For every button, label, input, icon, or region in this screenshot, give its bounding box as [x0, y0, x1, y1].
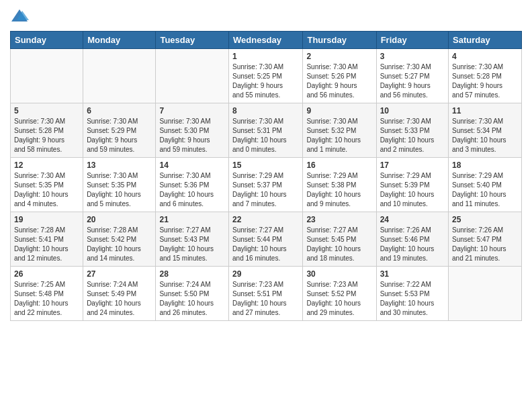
day-number: 7: [159, 106, 225, 116]
day-number: 9: [306, 106, 372, 116]
day-info: Sunrise: 7:29 AM Sunset: 5:37 PM Dayligh…: [232, 171, 299, 209]
calendar-cell: 15Sunrise: 7:29 AM Sunset: 5:37 PM Dayli…: [229, 158, 303, 212]
day-info: Sunrise: 7:23 AM Sunset: 5:51 PM Dayligh…: [232, 280, 299, 318]
day-info: Sunrise: 7:26 AM Sunset: 5:46 PM Dayligh…: [380, 226, 445, 263]
day-number: 3: [380, 52, 445, 61]
calendar-cell: [449, 267, 522, 321]
calendar-cell: 31Sunrise: 7:22 AM Sunset: 5:53 PM Dayli…: [376, 267, 448, 321]
day-number: 11: [452, 106, 518, 116]
weekday-header-monday: Monday: [83, 32, 156, 49]
calendar-cell: 20Sunrise: 7:28 AM Sunset: 5:42 PM Dayli…: [83, 212, 156, 267]
day-number: 21: [159, 215, 225, 224]
weekday-header-wednesday: Wednesday: [229, 32, 303, 49]
weekday-header-saturday: Saturday: [449, 32, 522, 49]
calendar-cell: 13Sunrise: 7:30 AM Sunset: 5:35 PM Dayli…: [83, 158, 156, 212]
day-info: Sunrise: 7:30 AM Sunset: 5:28 PM Dayligh…: [452, 62, 518, 100]
day-number: 13: [87, 161, 152, 170]
day-info: Sunrise: 7:23 AM Sunset: 5:52 PM Dayligh…: [306, 280, 372, 318]
calendar-cell: 28Sunrise: 7:24 AM Sunset: 5:50 PM Dayli…: [156, 267, 229, 321]
calendar-cell: 1Sunrise: 7:30 AM Sunset: 5:25 PM Daylig…: [229, 49, 303, 103]
day-number: 24: [380, 215, 445, 224]
calendar-cell: 16Sunrise: 7:29 AM Sunset: 5:38 PM Dayli…: [303, 158, 376, 212]
day-number: 17: [380, 161, 445, 170]
calendar-cell: 5Sunrise: 7:30 AM Sunset: 5:28 PM Daylig…: [11, 103, 83, 158]
weekday-header-thursday: Thursday: [303, 32, 376, 49]
day-info: Sunrise: 7:30 AM Sunset: 5:35 PM Dayligh…: [14, 171, 79, 209]
day-number: 31: [380, 269, 445, 279]
calendar-week-2: 5Sunrise: 7:30 AM Sunset: 5:28 PM Daylig…: [11, 103, 522, 158]
day-info: Sunrise: 7:22 AM Sunset: 5:53 PM Dayligh…: [380, 280, 445, 318]
day-number: 29: [232, 269, 299, 279]
calendar-cell: 14Sunrise: 7:30 AM Sunset: 5:36 PM Dayli…: [156, 158, 229, 212]
calendar-cell: 27Sunrise: 7:24 AM Sunset: 5:49 PM Dayli…: [83, 267, 156, 321]
calendar-cell: 7Sunrise: 7:30 AM Sunset: 5:30 PM Daylig…: [156, 103, 229, 158]
weekday-header-friday: Friday: [376, 32, 448, 49]
page-header: [10, 7, 522, 26]
day-info: Sunrise: 7:30 AM Sunset: 5:27 PM Dayligh…: [380, 62, 445, 100]
day-number: 26: [14, 269, 79, 279]
day-info: Sunrise: 7:28 AM Sunset: 5:41 PM Dayligh…: [14, 226, 79, 263]
day-info: Sunrise: 7:30 AM Sunset: 5:35 PM Dayligh…: [87, 171, 152, 209]
calendar-week-1: 1Sunrise: 7:30 AM Sunset: 5:25 PM Daylig…: [11, 49, 522, 103]
day-number: 1: [232, 52, 299, 61]
day-number: 20: [87, 215, 152, 224]
day-info: Sunrise: 7:28 AM Sunset: 5:42 PM Dayligh…: [87, 226, 152, 263]
day-number: 15: [232, 161, 299, 170]
day-info: Sunrise: 7:27 AM Sunset: 5:43 PM Dayligh…: [159, 226, 225, 263]
day-number: 6: [87, 106, 152, 116]
calendar-cell: 12Sunrise: 7:30 AM Sunset: 5:35 PM Dayli…: [11, 158, 83, 212]
day-info: Sunrise: 7:30 AM Sunset: 5:36 PM Dayligh…: [159, 171, 225, 209]
day-info: Sunrise: 7:30 AM Sunset: 5:32 PM Dayligh…: [306, 117, 372, 154]
calendar-cell: 24Sunrise: 7:26 AM Sunset: 5:46 PM Dayli…: [376, 212, 448, 267]
calendar-cell: 9Sunrise: 7:30 AM Sunset: 5:32 PM Daylig…: [303, 103, 376, 158]
day-info: Sunrise: 7:30 AM Sunset: 5:25 PM Dayligh…: [232, 62, 299, 100]
day-info: Sunrise: 7:29 AM Sunset: 5:39 PM Dayligh…: [380, 171, 445, 209]
calendar-week-5: 26Sunrise: 7:25 AM Sunset: 5:48 PM Dayli…: [11, 267, 522, 321]
calendar-cell: 4Sunrise: 7:30 AM Sunset: 5:28 PM Daylig…: [449, 49, 522, 103]
calendar-cell: 6Sunrise: 7:30 AM Sunset: 5:29 PM Daylig…: [83, 103, 156, 158]
day-info: Sunrise: 7:30 AM Sunset: 5:34 PM Dayligh…: [452, 117, 518, 154]
logo-icon: [10, 7, 29, 26]
calendar-cell: 23Sunrise: 7:27 AM Sunset: 5:45 PM Dayli…: [303, 212, 376, 267]
day-info: Sunrise: 7:30 AM Sunset: 5:30 PM Dayligh…: [159, 117, 225, 154]
calendar-table: SundayMondayTuesdayWednesdayThursdayFrid…: [10, 31, 522, 321]
day-number: 14: [159, 161, 225, 170]
calendar-cell: 30Sunrise: 7:23 AM Sunset: 5:52 PM Dayli…: [303, 267, 376, 321]
day-number: 12: [14, 161, 79, 170]
calendar-cell: 22Sunrise: 7:27 AM Sunset: 5:44 PM Dayli…: [229, 212, 303, 267]
day-number: 25: [452, 215, 518, 224]
calendar-cell: 25Sunrise: 7:26 AM Sunset: 5:47 PM Dayli…: [449, 212, 522, 267]
day-number: 10: [380, 106, 445, 116]
calendar-cell: [83, 49, 156, 103]
day-number: 2: [306, 52, 372, 61]
day-info: Sunrise: 7:26 AM Sunset: 5:47 PM Dayligh…: [452, 226, 518, 263]
calendar-cell: 2Sunrise: 7:30 AM Sunset: 5:26 PM Daylig…: [303, 49, 376, 103]
weekday-header-tuesday: Tuesday: [156, 32, 229, 49]
calendar-cell: 11Sunrise: 7:30 AM Sunset: 5:34 PM Dayli…: [449, 103, 522, 158]
day-number: 16: [306, 161, 372, 170]
day-number: 30: [306, 269, 372, 279]
calendar-cell: 19Sunrise: 7:28 AM Sunset: 5:41 PM Dayli…: [11, 212, 83, 267]
day-number: 23: [306, 215, 372, 224]
day-number: 4: [452, 52, 518, 61]
day-number: 22: [232, 215, 299, 224]
calendar-cell: [156, 49, 229, 103]
calendar-cell: 21Sunrise: 7:27 AM Sunset: 5:43 PM Dayli…: [156, 212, 229, 267]
day-info: Sunrise: 7:30 AM Sunset: 5:31 PM Dayligh…: [232, 117, 299, 154]
day-info: Sunrise: 7:30 AM Sunset: 5:28 PM Dayligh…: [14, 117, 79, 154]
day-info: Sunrise: 7:29 AM Sunset: 5:40 PM Dayligh…: [452, 171, 518, 209]
weekday-header-row: SundayMondayTuesdayWednesdayThursdayFrid…: [11, 32, 522, 49]
day-number: 18: [452, 161, 518, 170]
day-info: Sunrise: 7:30 AM Sunset: 5:29 PM Dayligh…: [87, 117, 152, 154]
calendar-cell: 8Sunrise: 7:30 AM Sunset: 5:31 PM Daylig…: [229, 103, 303, 158]
day-info: Sunrise: 7:25 AM Sunset: 5:48 PM Dayligh…: [14, 280, 79, 318]
day-info: Sunrise: 7:27 AM Sunset: 5:45 PM Dayligh…: [306, 226, 372, 263]
day-number: 5: [14, 106, 79, 116]
calendar-cell: 26Sunrise: 7:25 AM Sunset: 5:48 PM Dayli…: [11, 267, 83, 321]
calendar-cell: 18Sunrise: 7:29 AM Sunset: 5:40 PM Dayli…: [449, 158, 522, 212]
calendar-cell: [11, 49, 83, 103]
calendar-week-4: 19Sunrise: 7:28 AM Sunset: 5:41 PM Dayli…: [11, 212, 522, 267]
day-info: Sunrise: 7:30 AM Sunset: 5:33 PM Dayligh…: [380, 117, 445, 154]
day-info: Sunrise: 7:30 AM Sunset: 5:26 PM Dayligh…: [306, 62, 372, 100]
day-number: 8: [232, 106, 299, 116]
